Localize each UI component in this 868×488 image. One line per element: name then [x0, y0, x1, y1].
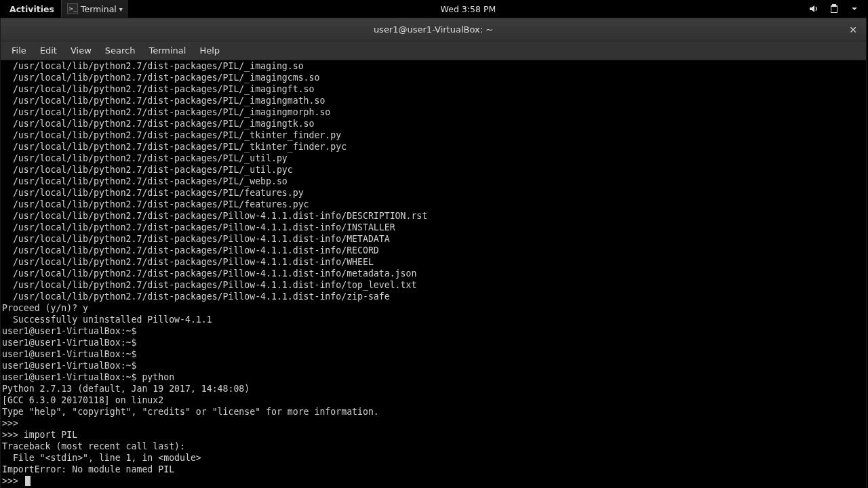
terminal-line: /usr/local/lib/python2.7/dist-packages/P…: [1, 60, 866, 72]
system-tray: [808, 3, 864, 14]
terminal-line: >>>: [1, 475, 866, 487]
terminal-line: /usr/local/lib/python2.7/dist-packages/P…: [1, 83, 866, 95]
terminal-line: user1@user1-VirtualBox:~$: [1, 348, 866, 360]
window-close-button[interactable]: ✕: [847, 24, 859, 36]
terminal-line: Successfully uninstalled Pillow-4.1.1: [1, 314, 866, 325]
terminal-line: Traceback (most recent call last):: [1, 441, 866, 452]
terminal-line: /usr/local/lib/python2.7/dist-packages/P…: [1, 164, 866, 176]
chevron-down-icon[interactable]: [849, 3, 860, 14]
terminal-line: /usr/local/lib/python2.7/dist-packages/P…: [1, 256, 866, 268]
terminal-line: /usr/local/lib/python2.7/dist-packages/P…: [1, 106, 866, 118]
menu-view[interactable]: View: [64, 43, 98, 58]
chevron-down-icon: ▾: [119, 5, 123, 13]
terminal-line: /usr/local/lib/python2.7/dist-packages/P…: [1, 245, 866, 256]
terminal-line: /usr/local/lib/python2.7/dist-packages/P…: [1, 95, 866, 106]
terminal-line: /usr/local/lib/python2.7/dist-packages/P…: [1, 152, 866, 164]
menu-help[interactable]: Help: [193, 43, 226, 58]
volume-icon[interactable]: [808, 3, 819, 14]
menubar: File Edit View Search Terminal Help: [1, 41, 866, 60]
terminal-line: user1@user1-VirtualBox:~$: [1, 325, 866, 337]
menu-file[interactable]: File: [5, 43, 33, 58]
panel-clock[interactable]: Wed 3:58 PM: [128, 4, 808, 14]
app-menu-button[interactable]: >_ Terminal ▾: [61, 0, 128, 18]
terminal-icon: >_: [67, 3, 78, 14]
app-menu-label: Terminal: [81, 4, 117, 14]
terminal-line: ImportError: No module named PIL: [1, 464, 866, 475]
terminal-line: user1@user1-VirtualBox:~$: [1, 337, 866, 348]
terminal-cursor: [25, 476, 31, 486]
terminal-line: /usr/local/lib/python2.7/dist-packages/P…: [1, 141, 866, 152]
menu-terminal[interactable]: Terminal: [142, 43, 193, 58]
activities-button[interactable]: Activities: [4, 4, 60, 14]
terminal-line: /usr/local/lib/python2.7/dist-packages/P…: [1, 176, 866, 187]
menu-search[interactable]: Search: [98, 43, 142, 58]
terminal-line: [GCC 6.3.0 20170118] on linux2: [1, 394, 866, 406]
terminal-line: Python 2.7.13 (default, Jan 19 2017, 14:…: [1, 383, 866, 394]
terminal-line: user1@user1-VirtualBox:~$ python: [1, 371, 866, 383]
menu-edit[interactable]: Edit: [33, 43, 64, 58]
desktop-top-panel: Activities >_ Terminal ▾ Wed 3:58 PM: [0, 0, 868, 18]
terminal-line: /usr/local/lib/python2.7/dist-packages/P…: [1, 233, 866, 245]
terminal-line: File "<stdin>", line 1, in <module>: [1, 452, 866, 464]
terminal-line: user1@user1-VirtualBox:~$: [1, 360, 866, 371]
terminal-line: /usr/local/lib/python2.7/dist-packages/P…: [1, 279, 866, 291]
terminal-line: /usr/local/lib/python2.7/dist-packages/P…: [1, 222, 866, 233]
terminal-line: /usr/local/lib/python2.7/dist-packages/P…: [1, 118, 866, 129]
terminal-line: /usr/local/lib/python2.7/dist-packages/P…: [1, 72, 866, 83]
window-titlebar[interactable]: user1@user1-VirtualBox: ~ ✕: [1, 18, 866, 41]
terminal-line: >>>: [1, 418, 866, 429]
terminal-line: /usr/local/lib/python2.7/dist-packages/P…: [1, 199, 866, 210]
terminal-line: /usr/local/lib/python2.7/dist-packages/P…: [1, 291, 866, 302]
terminal-line: /usr/local/lib/python2.7/dist-packages/P…: [1, 187, 866, 199]
battery-icon[interactable]: [829, 3, 840, 14]
terminal-line: Type "help", "copyright", "credits" or "…: [1, 406, 866, 418]
terminal-output[interactable]: /usr/local/lib/python2.7/dist-packages/P…: [1, 60, 866, 488]
window-title: user1@user1-VirtualBox: ~: [374, 24, 493, 35]
terminal-window: user1@user1-VirtualBox: ~ ✕ File Edit Vi…: [0, 18, 867, 488]
terminal-line: /usr/local/lib/python2.7/dist-packages/P…: [1, 268, 866, 279]
terminal-line: Proceed (y/n)? y: [1, 302, 866, 314]
terminal-line: >>> import PIL: [1, 429, 866, 441]
terminal-line: /usr/local/lib/python2.7/dist-packages/P…: [1, 210, 866, 222]
terminal-line: /usr/local/lib/python2.7/dist-packages/P…: [1, 129, 866, 141]
